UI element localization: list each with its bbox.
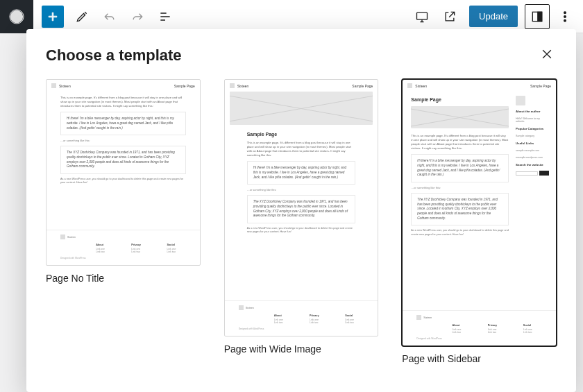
close-button[interactable] <box>537 46 557 65</box>
preview-logo-icon <box>407 83 412 88</box>
wordpress-logo[interactable] <box>0 0 33 33</box>
preview-logo-icon <box>230 83 235 88</box>
settings-sidebar-toggle[interactable] <box>525 4 550 29</box>
preview-hero-placeholder <box>411 106 509 128</box>
svg-rect-1 <box>417 12 428 19</box>
preview-hero-placeholder <box>230 92 373 125</box>
template-grid: Sixteen Sample Page This is an example p… <box>46 79 557 364</box>
update-button[interactable]: Update <box>469 6 518 27</box>
template-label: Page with Wide Image <box>224 343 379 355</box>
svg-point-6 <box>564 19 566 22</box>
options-button[interactable] <box>552 4 577 29</box>
modal-title: Choose a template <box>46 46 182 65</box>
svg-rect-3 <box>538 12 542 21</box>
template-label: Page with Sidebar <box>402 353 557 364</box>
document-overview-button[interactable] <box>153 4 178 29</box>
svg-point-4 <box>564 11 566 13</box>
preview-logo-icon <box>51 83 56 88</box>
template-option-page-no-title[interactable]: Sixteen Sample Page This is an example p… <box>46 79 201 284</box>
template-option-page-with-sidebar[interactable]: Sixteen Sample Page Sample Page This is … <box>402 79 557 364</box>
redo-button[interactable] <box>125 4 150 29</box>
view-desktop-button[interactable] <box>409 4 434 29</box>
insert-block-button[interactable] <box>42 6 64 28</box>
svg-point-5 <box>564 15 566 17</box>
close-icon <box>540 47 554 64</box>
view-page-button[interactable] <box>437 4 462 29</box>
edit-mode-button[interactable] <box>69 4 94 29</box>
template-label: Page No Title <box>46 273 201 284</box>
template-option-page-with-wide-image[interactable]: Sixteen Sample Page Sample Page This is … <box>224 79 379 355</box>
choose-template-modal: Choose a template Sixteen Sample Page Th… <box>26 29 576 392</box>
editor-toolbar: Update <box>0 0 583 33</box>
preview-avatar-icon <box>516 96 525 105</box>
undo-button[interactable] <box>97 4 122 29</box>
